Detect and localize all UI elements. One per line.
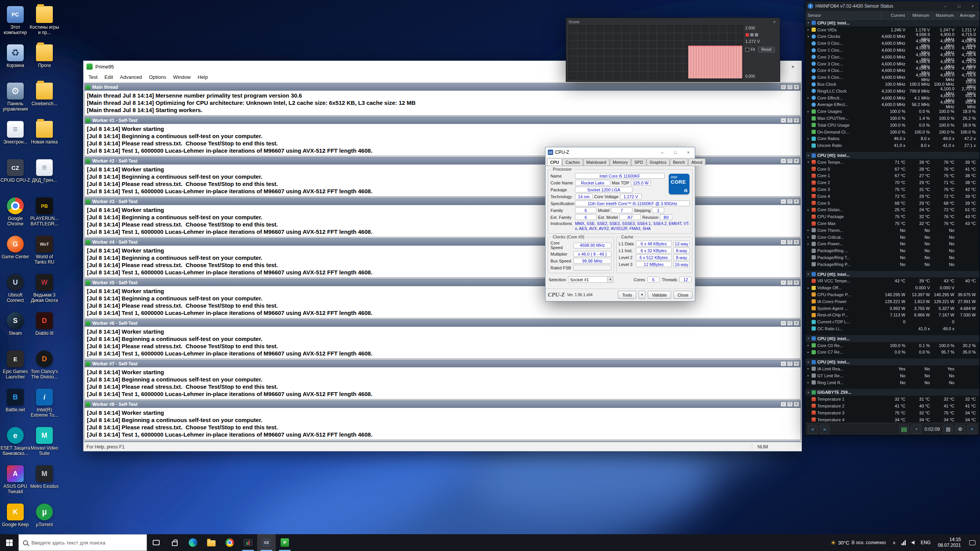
graph-color-swatch-gray1[interactable]: [750, 33, 754, 37]
minimize-icon[interactable]: –: [781, 158, 786, 163]
taskbar-app-store[interactable]: [165, 534, 184, 551]
sensor-row[interactable]: Core 472 °C29 °C72 °C39 °C: [805, 193, 979, 200]
sensor-row[interactable]: ▸Core Distan...25 °C24 °C72 °C61 °C: [805, 207, 979, 214]
desktop-icon-keep[interactable]: KGoogle Keep: [1, 501, 30, 540]
sensor-row[interactable]: On-Demand Cl...100.0 %100.0 %100.0 %100.…: [805, 129, 979, 135]
reorder-right-button[interactable]: »: [820, 425, 830, 434]
maximize-icon[interactable]: □: [787, 158, 793, 163]
tools-dropdown-icon[interactable]: ▼: [639, 291, 645, 299]
sensor-row[interactable]: Current cTDP L...00: [805, 318, 979, 325]
sensor-row[interactable]: Temperature 434 °C34 °C34 °C34 °C: [805, 416, 979, 423]
desktop-icon-diablo[interactable]: DDiablo III: [30, 310, 59, 348]
sensor-row[interactable]: Core 5 Cloc...4,600.0 MHz4,598.9 MHz4,90…: [805, 74, 979, 81]
hwinfo-titlebar[interactable]: i HWiNFO64 v7.02-4430 Sensor Status – □ …: [805, 1, 979, 11]
sensor-row[interactable]: IA Cores Power129.221 W1.813 W129.221 W2…: [805, 298, 979, 305]
prime95-menu-edit[interactable]: Edit: [101, 74, 116, 80]
minimize-icon[interactable]: –: [781, 118, 786, 123]
maximize-icon[interactable]: □: [787, 402, 793, 407]
clock-button[interactable]: ◔: [911, 425, 921, 434]
weather-widget[interactable]: ☀ 30°C В осн. солнечно: [826, 534, 890, 551]
sensor-row[interactable]: ▸IA Limit Rea...YesNoYes: [805, 365, 979, 372]
desktop-icon-chrome[interactable]: Google Chrome: [1, 195, 30, 233]
reset-button[interactable]: Reset: [758, 47, 775, 52]
desktop-icon-control[interactable]: ⚙Панель управления: [1, 80, 30, 119]
cpuz-tab-bench[interactable]: Bench: [670, 158, 688, 166]
sensor-row[interactable]: CPU Package75 °C32 °C76 °C43 °C: [805, 213, 979, 220]
cpuz-tab-cpu[interactable]: CPU: [547, 158, 562, 166]
minimize-icon[interactable]: –: [781, 280, 786, 285]
desktop-icon-folder[interactable]: Проги: [30, 42, 59, 80]
desktop-icon-witcher[interactable]: WВедьмак 3 Дикая Охота: [30, 272, 59, 310]
minimize-icon[interactable]: –: [781, 321, 786, 326]
sensor-row[interactable]: OC Ratio Li...41.0 x49.0 x: [805, 325, 979, 332]
cpuz-titlebar[interactable]: CZ CPU-Z – □ ×: [546, 147, 695, 157]
close-icon[interactable]: ×: [771, 20, 777, 24]
prime95-menu-window[interactable]: Window: [170, 74, 194, 80]
close-icon[interactable]: ×: [967, 1, 978, 11]
desktop-icon-doc[interactable]: ≡Электрон...: [1, 119, 30, 157]
sensor-row[interactable]: Core 375 °C31 °C76 °C42 °C: [805, 186, 979, 193]
maximize-icon[interactable]: □: [669, 147, 682, 157]
sensor-row[interactable]: ▾Core Tempe...71 °C28 °C76 °C39 °C: [805, 159, 979, 166]
maximize-icon[interactable]: □: [787, 118, 793, 123]
desktop-icon-intel[interactable]: iIntel(R) Extreme Tu...: [30, 386, 59, 425]
sensor-row[interactable]: Core 270 °C29 °C71 °C38 °C: [805, 179, 979, 186]
chevron-down-icon[interactable]: ▼: [607, 277, 613, 282]
sensor-row[interactable]: Temperature 241 °C40 °C41 °C41 °C: [805, 403, 979, 409]
desktop-icon-folder[interactable]: Новая папка: [30, 119, 59, 157]
report-button[interactable]: ▤: [943, 425, 953, 434]
sensor-row[interactable]: ▸Core Therm...NoNoNo: [805, 227, 979, 234]
validate-button[interactable]: Validate: [648, 291, 671, 299]
prime95-child-titlebar[interactable]: Worker #7 - Self-Test–□×: [85, 360, 800, 367]
close-icon[interactable]: ×: [794, 118, 799, 123]
desktop-icon-folder[interactable]: Костины игры и пр...: [30, 4, 59, 42]
minimize-icon[interactable]: –: [781, 361, 786, 366]
desktop-icon-asus[interactable]: AASUS GPU Tweakll: [1, 463, 30, 501]
close-icon[interactable]: ×: [794, 280, 799, 285]
graph-button[interactable]: [899, 425, 909, 434]
desktop-icon-pubg[interactable]: PBPLAYERUN... BATTLEGR...: [30, 195, 59, 233]
sensor-group-header[interactable]: ▾GIGABYTE Z59...: [805, 389, 979, 396]
desktop-icon-steam[interactable]: SSteam: [1, 310, 30, 348]
desktop-icon-doc[interactable]: ≡ДКД_Греч...: [30, 157, 59, 195]
minimize-icon[interactable]: –: [781, 199, 786, 204]
cpuz-tab-spd[interactable]: SPD: [631, 158, 646, 166]
sensor-row[interactable]: ▸Core Critical...NoNoNo: [805, 234, 979, 241]
close-icon[interactable]: ×: [794, 199, 799, 204]
prime95-child-titlebar[interactable]: Main thread–□×: [85, 83, 800, 91]
sensor-row[interactable]: ▸Core Ratios46.0 x8.0 x49.0 x47.2 x: [805, 135, 979, 142]
taskbar-app-explorer[interactable]: [202, 534, 220, 551]
hidden-icons-chevron[interactable]: ∧: [890, 540, 899, 545]
desktop-icon-computer[interactable]: PCЭтот компьютер: [1, 4, 30, 42]
sensor-row[interactable]: Package/Ring T...NoNoNo: [805, 254, 979, 261]
minimize-icon[interactable]: –: [781, 402, 786, 407]
close-button[interactable]: Close: [673, 291, 693, 299]
sensor-row[interactable]: Package/Ring ...NoNoNo: [805, 247, 979, 254]
taskbar-app-chrome[interactable]: [220, 534, 239, 551]
close-sensors-button[interactable]: ×: [967, 425, 977, 434]
tools-button[interactable]: Tools: [618, 291, 636, 299]
reorder-left-button[interactable]: «: [808, 425, 818, 434]
cpuz-tab-memory[interactable]: Memory: [610, 158, 631, 166]
sensor-row[interactable]: ▸Voltage Off...0.000 V0.000 V: [805, 284, 979, 291]
graph-color-swatch-red[interactable]: [745, 33, 749, 37]
network-icon[interactable]: [899, 540, 908, 545]
socket-selection-combo[interactable]: Socket #1▼: [568, 276, 613, 283]
sensor-row[interactable]: CPU Package P...140.295 W13.397 W140.295…: [805, 291, 979, 298]
close-icon[interactable]: ×: [794, 402, 799, 407]
sensor-row[interactable]: Max CPU/Thre...100.0 %1.4 %100.0 %26.2 %: [805, 115, 979, 122]
close-icon[interactable]: ×: [784, 61, 802, 72]
sensor-row[interactable]: Average Effect...4,600.0 MHz56.2 MHz4,60…: [805, 101, 979, 108]
minimize-icon[interactable]: –: [656, 147, 669, 157]
desktop-icon-folder[interactable]: Cinebench...: [30, 80, 59, 119]
sensor-group-header[interactable]: ▾CPU [#0]: Intel...: [805, 20, 979, 26]
sensor-row[interactable]: Core 568 °C29 °C68 °C39 °C: [805, 200, 979, 207]
sensor-group-header[interactable]: ▾CPU [#0]: Intel...: [805, 335, 979, 342]
action-center-button[interactable]: [965, 534, 980, 551]
desktop-icon-eset[interactable]: eESET Защита банковско...: [1, 425, 30, 463]
maximize-icon[interactable]: □: [787, 199, 793, 204]
sensor-row[interactable]: ▸Core Usages100.0 %0.0 %100.0 %18.9 %: [805, 108, 979, 115]
maximize-icon[interactable]: □: [787, 321, 793, 326]
taskbar-app-hwinfo[interactable]: [239, 534, 257, 551]
cpuz-tab-caches[interactable]: Caches: [562, 158, 583, 166]
